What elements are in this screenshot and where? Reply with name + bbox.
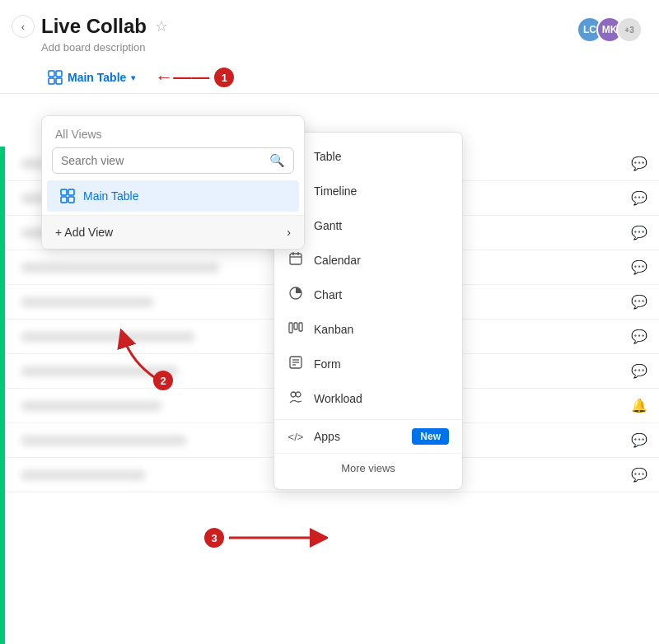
header: ‹ Live Collab ☆ Add board description LC… (0, 0, 659, 62)
toolbar: Main Table ▾ ←—— 1 (0, 62, 659, 94)
search-box[interactable]: 🔍 (52, 147, 294, 174)
main-table-label: Main Table (68, 71, 126, 84)
board-title-row: Live Collab ☆ (41, 15, 643, 38)
add-description-link[interactable]: Add board description (41, 41, 643, 54)
view-type-chart[interactable]: Chart (274, 278, 462, 312)
calendar-icon (287, 251, 304, 269)
more-views-button[interactable]: More views (274, 453, 462, 483)
comment-icon: 💬 (631, 467, 647, 483)
view-type-workload[interactable]: Workload (274, 381, 462, 416)
svg-rect-24 (294, 323, 297, 329)
apps-left: </> Apps (287, 430, 340, 443)
view-type-label: Timeline (314, 184, 357, 198)
row-text (21, 263, 219, 273)
add-view-section: + Add View › (42, 215, 304, 249)
kanban-icon (287, 320, 304, 338)
comment-icon: 💬 (631, 259, 647, 275)
svg-point-31 (296, 392, 301, 397)
chevron-left-icon: ‹ (21, 21, 25, 33)
svg-rect-23 (289, 323, 292, 333)
svg-rect-8 (68, 197, 74, 203)
view-type-label: Kanban (314, 323, 353, 336)
chevron-down-icon: ▾ (131, 73, 135, 82)
search-view-input[interactable] (61, 154, 263, 167)
annotation-1-group: ←—— 1 (155, 67, 234, 88)
apps-code-icon: </> (287, 431, 304, 443)
view-type-label: Table (314, 150, 341, 163)
new-badge: New (412, 428, 449, 445)
green-status-bar (0, 147, 5, 644)
star-icon[interactable]: ☆ (155, 17, 168, 35)
view-type-label: Form (314, 357, 341, 371)
row-text (21, 401, 161, 411)
svg-rect-3 (56, 78, 62, 84)
view-item-label: Main Table (83, 189, 138, 203)
chevron-right-icon: › (287, 226, 291, 239)
avatar-group: LC MK +3 (577, 16, 643, 43)
view-type-label: Calendar (314, 254, 361, 267)
row-text (21, 436, 186, 446)
avatar-overflow: +3 (616, 16, 643, 43)
row-text (21, 366, 178, 376)
chart-icon (287, 286, 304, 304)
view-type-label: Gantt (314, 219, 342, 232)
workload-icon (287, 390, 304, 408)
row-text (21, 297, 153, 307)
annotation-1-badge: 1 (214, 68, 234, 87)
search-icon: 🔍 (269, 153, 285, 168)
comment-icon: 💬 (631, 156, 647, 171)
view-type-form[interactable]: Form (274, 347, 462, 381)
main-table-view-button[interactable]: Main Table ▾ (41, 67, 142, 88)
add-view-label: + Add View (55, 226, 113, 239)
table-grid-icon (48, 70, 63, 85)
svg-rect-5 (61, 189, 67, 195)
board-title: Live Collab (41, 15, 147, 38)
view-item-main-table[interactable]: Main Table (47, 180, 299, 212)
svg-rect-6 (68, 189, 74, 195)
svg-rect-25 (299, 323, 302, 331)
view-type-label: Workload (314, 392, 362, 405)
arrow-right-icon: ←—— (155, 67, 209, 88)
view-type-label: Chart (314, 288, 342, 301)
comment-icon: 💬 (631, 190, 647, 206)
svg-rect-2 (49, 78, 54, 84)
all-views-label: All Views (42, 116, 304, 147)
views-panel: All Views 🔍 Main Table + Add View › (41, 115, 305, 250)
apps-label: Apps (314, 430, 340, 443)
table-icon (60, 189, 75, 203)
form-icon (287, 355, 304, 373)
comment-icon: 💬 (631, 225, 647, 240)
comment-icon: 🔔 (631, 398, 647, 413)
svg-rect-0 (49, 71, 54, 77)
row-text (21, 332, 194, 342)
svg-rect-1 (56, 71, 62, 77)
svg-rect-18 (290, 254, 301, 264)
view-type-kanban[interactable]: Kanban (274, 312, 462, 347)
comment-icon: 💬 (631, 363, 647, 379)
comment-icon: 💬 (631, 329, 647, 344)
back-button[interactable]: ‹ (12, 15, 35, 38)
comment-icon: 💬 (631, 432, 647, 448)
dropdown-container: All Views 🔍 Main Table + Add View › (41, 115, 305, 250)
comment-icon: 💬 (631, 294, 647, 310)
row-text (21, 470, 145, 480)
svg-point-30 (291, 392, 296, 397)
add-view-button[interactable]: + Add View › (42, 216, 304, 249)
apps-item[interactable]: </> Apps New (274, 419, 462, 453)
svg-rect-7 (61, 197, 67, 203)
